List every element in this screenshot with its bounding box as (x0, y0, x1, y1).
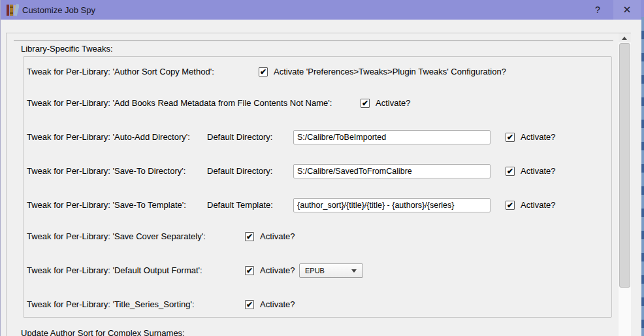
section-separator (14, 41, 613, 41)
tweak-label: Tweak for Per-Library: 'Title_Series_Sor… (27, 297, 195, 312)
background-window-edge (641, 17, 644, 336)
tweak-label: Tweak for Per-Library: 'Save Cover Separ… (27, 229, 206, 244)
library-tweaks-groupbox (23, 56, 612, 318)
chevron-down-icon (351, 269, 357, 273)
tweak-row-author-sort-copy-method: Tweak for Per-Library: 'Author Sort Copy… (1, 65, 628, 79)
books-icon (7, 3, 19, 16)
tweak-row-save-to-template: Tweak for Per-Library: 'Save-To Template… (1, 198, 628, 212)
window-title: Customize Job Spy (22, 5, 95, 15)
activate-checkbox[interactable]: ✔ (245, 300, 254, 309)
default-directory-label: Default Directory: (207, 164, 272, 178)
tweak-row-save-to-directory: Tweak for Per-Library: 'Save-To Director… (1, 164, 628, 178)
triangle-up-icon (622, 37, 627, 40)
default-directory-label: Default Directory: (207, 130, 272, 144)
activate-checkbox[interactable]: ✔ (245, 266, 254, 275)
activate-checkbox[interactable]: ✔ (259, 67, 268, 76)
tweak-row-auto-add-directory: Tweak for Per-Library: 'Auto-Add Directo… (1, 130, 628, 144)
close-button[interactable]: ✕ (613, 0, 641, 20)
tweak-label: Tweak for Per-Library: 'Add Books Read M… (27, 96, 332, 110)
save-to-template-input[interactable] (293, 198, 491, 212)
tweak-row-add-books-read-metadata: Tweak for Per-Library: 'Add Books Read M… (1, 96, 628, 110)
activate-checkbox-label[interactable]: Activate? (521, 164, 555, 178)
output-format-dropdown[interactable]: EPUB (299, 263, 363, 278)
library-tweaks-header: Library-Specific Tweaks: (21, 44, 113, 54)
help-button[interactable]: ? (586, 0, 609, 20)
tweak-label: Tweak for Per-Library: 'Save-To Director… (27, 164, 185, 178)
activate-checkbox[interactable]: ✔ (506, 201, 515, 210)
titlebar[interactable]: Customize Job Spy ? ✕ (1, 0, 644, 20)
customize-job-spy-dialog: Customize Job Spy ? ✕ Library-Specific T… (0, 0, 644, 336)
tweak-label: Tweak for Per-Library: 'Save-To Template… (27, 198, 186, 212)
tweak-label: Tweak for Per-Library: 'Author Sort Copy… (27, 65, 214, 79)
activate-checkbox[interactable]: ✔ (506, 133, 515, 142)
activate-checkbox[interactable]: ✔ (361, 99, 370, 108)
activate-checkbox-label[interactable]: Activate? (260, 263, 295, 278)
activate-checkbox-label[interactable]: Activate? (521, 130, 555, 144)
auto-add-directory-input[interactable] (293, 130, 491, 144)
tweak-label: Tweak for Per-Library: 'Auto-Add Directo… (27, 130, 190, 144)
activate-checkbox[interactable]: ✔ (245, 232, 254, 241)
scrollbar-up-button[interactable] (619, 33, 631, 42)
activate-checkbox[interactable]: ✔ (506, 167, 515, 176)
tweak-row-default-output-format: Tweak for Per-Library: 'Default Output F… (1, 263, 628, 278)
update-author-sort-header: Update Author Sort for Complex Surnames: (21, 328, 185, 336)
activate-checkbox-label[interactable]: Activate? (521, 198, 555, 212)
default-template-label: Default Template: (207, 198, 273, 212)
activate-checkbox-label[interactable]: Activate? (260, 297, 295, 312)
tweak-row-title-series-sorting: Tweak for Per-Library: 'Title_Series_Sor… (1, 297, 628, 312)
activate-checkbox-label[interactable]: Activate? (376, 96, 410, 110)
activate-checkbox-label[interactable]: Activate 'Preferences>Tweaks>Plugin Twea… (274, 65, 506, 79)
activate-checkbox-label[interactable]: Activate? (260, 229, 295, 244)
tweak-row-save-cover-separately: Tweak for Per-Library: 'Save Cover Separ… (1, 229, 628, 244)
scrollbar-thumb[interactable] (619, 43, 630, 288)
output-format-value: EPUB (305, 264, 325, 277)
tweak-label: Tweak for Per-Library: 'Default Output F… (27, 263, 202, 278)
save-to-directory-input[interactable] (293, 164, 491, 178)
